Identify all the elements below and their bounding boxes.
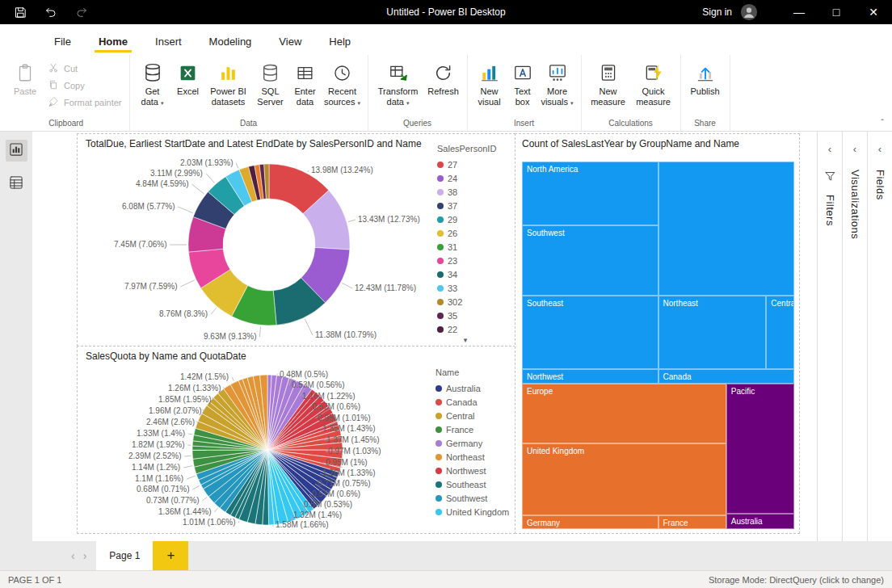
legend-item[interactable]: Canada [435,395,513,409]
legend-item[interactable]: Central [435,409,513,422]
legend-item[interactable]: 31 [437,240,510,254]
refresh-button[interactable]: Refresh [424,57,463,97]
new-page-button[interactable]: + [153,541,188,570]
menu-insert[interactable]: Insert [141,28,196,55]
menu-modeling[interactable]: Modeling [196,28,266,55]
legend-item[interactable]: Northeast [435,450,513,464]
legend-item[interactable]: 22 [437,322,510,336]
legend-item[interactable]: 29 [437,212,510,226]
close-button[interactable]: ✕ [855,0,892,24]
fields-pane[interactable]: ‹ Fields [867,132,892,541]
storage-mode-status[interactable]: Storage Mode: DirectQuery (click to chan… [709,575,884,585]
treemap-chart[interactable]: North AmericaSouthwestSoutheastNortheast… [522,162,794,529]
legend-item[interactable]: 302 [437,295,510,309]
minimize-button[interactable]: — [780,0,818,24]
legend-item[interactable]: 38 [437,185,510,199]
expand-pane-chevron-icon[interactable]: ‹ [853,143,856,155]
copy-button[interactable]: Copy [48,79,122,91]
legend-dot [435,385,442,392]
legend-item[interactable]: Australia [435,381,513,395]
treemap-cell[interactable]: Southeast [522,296,658,369]
expand-pane-chevron-icon[interactable]: ‹ [828,143,831,155]
treemap-cell[interactable]: Germany [522,515,658,529]
donut-chart-visual[interactable]: TotalDue, Earliest StartDate and Latest … [77,133,515,346]
save-icon[interactable] [13,5,27,19]
treemap-cell[interactable]: Australia [726,514,794,529]
legend-item[interactable]: United Kingdom [435,505,513,519]
next-page-arrow[interactable]: › [83,549,87,562]
group-label-calculations: Calculations [586,118,676,130]
chevron-down-icon: ▾ [358,100,361,106]
treemap-cell[interactable]: Pacific [726,384,794,514]
cut-button[interactable]: Cut [48,62,122,74]
legend-dot [437,258,444,264]
enter-data-button[interactable]: Enter data [289,57,322,107]
excel-button[interactable]: Excel [171,57,205,97]
legend-item[interactable]: 37 [437,199,510,212]
treemap-cell[interactable]: Europe [522,384,726,443]
report-canvas[interactable]: TotalDue, Earliest StartDate and Latest … [32,132,817,541]
group-label-data: Data [134,118,364,130]
statusbar: PAGE 1 OF 1 Storage Mode: DirectQuery (c… [0,570,892,588]
treemap-cell[interactable]: France [658,515,726,529]
legend-item[interactable]: France [435,422,513,436]
legend-item[interactable]: Northwest [435,464,513,477]
page-tab[interactable]: Page 1 [96,541,153,570]
treemap-cell[interactable]: Canada [658,369,795,384]
legend-item[interactable]: 34 [437,267,510,281]
treemap-cell[interactable]: Northeast [658,296,767,369]
menu-file[interactable]: File [40,28,85,55]
legend-item[interactable]: Southwest [435,491,513,505]
data-label: 1.82M (1.92%) [132,440,185,449]
treemap-cell[interactable]: United Kingdom [522,443,726,515]
expand-pane-chevron-icon[interactable]: ‹ [878,143,881,155]
data-label: 9.63M (9.13%) [204,332,257,341]
sign-in-button[interactable]: Sign in [702,6,732,18]
new-visual-button[interactable]: New visual [472,57,507,107]
pie-chart-visual[interactable]: SalesQuota by Name and QuotaDate 1.42M (… [77,346,515,534]
treemap-cell[interactable]: Central [766,296,794,369]
data-view-button[interactable] [6,173,27,195]
redo-icon[interactable] [74,5,89,19]
treemap-cell[interactable]: Northwest [522,369,658,384]
format-painter-button[interactable]: Format painter [48,96,122,108]
legend-item[interactable]: 23 [437,254,510,267]
legend-scroll-down-icon[interactable]: ▾ [437,336,494,344]
treemap-cell[interactable]: North America [522,162,658,225]
legend-item[interactable]: Southeast [435,477,513,491]
recent-sources-button[interactable]: Recent sources ▾ [322,57,364,107]
maximize-button[interactable]: □ [818,0,855,24]
new-measure-button[interactable]: New measure [586,57,631,107]
sql-server-button[interactable]: SQL Server [252,57,289,107]
text-box-button[interactable]: Text box [507,57,538,107]
collapse-ribbon-chevron[interactable]: ˆ [881,118,884,128]
menu-help[interactable]: Help [315,28,364,55]
filters-pane[interactable]: ‹ Filters [817,132,842,541]
paste-button[interactable]: Paste [7,57,43,97]
database-icon [142,61,163,85]
treemap-cell[interactable] [658,162,795,296]
legend-item[interactable]: 24 [437,171,510,185]
visualizations-pane[interactable]: ‹ Visualizations [842,132,867,541]
legend-item[interactable]: 26 [437,226,510,240]
legend-item[interactable]: 35 [437,309,510,322]
treemap-cell[interactable]: Southwest [522,225,658,296]
undo-icon[interactable] [44,5,58,19]
treemap-visual[interactable]: Count of SalesLastYear by GroupName and … [515,133,800,534]
menu-view[interactable]: View [265,28,315,55]
quick-measure-button[interactable]: Quick measure [631,57,676,107]
report-view-button[interactable] [6,140,27,162]
legend-item[interactable]: 27 [437,158,510,171]
more-visuals-button[interactable]: More visuals ▾ [538,57,577,107]
get-data-button[interactable]: Get data ▾ [134,57,171,107]
transform-data-button[interactable]: Transform data ▾ [372,57,424,107]
previous-page-arrow[interactable]: ‹ [71,549,75,562]
legend-dot [435,454,442,460]
legend-item[interactable]: 33 [437,281,510,295]
legend-item[interactable]: Germany [435,436,513,450]
legend-label: 29 [448,215,457,225]
avatar[interactable] [740,3,758,21]
power-bi-datasets-button[interactable]: Power BI datasets [205,57,252,107]
publish-button[interactable]: Publish [685,57,726,97]
menu-home[interactable]: Home [85,28,141,55]
